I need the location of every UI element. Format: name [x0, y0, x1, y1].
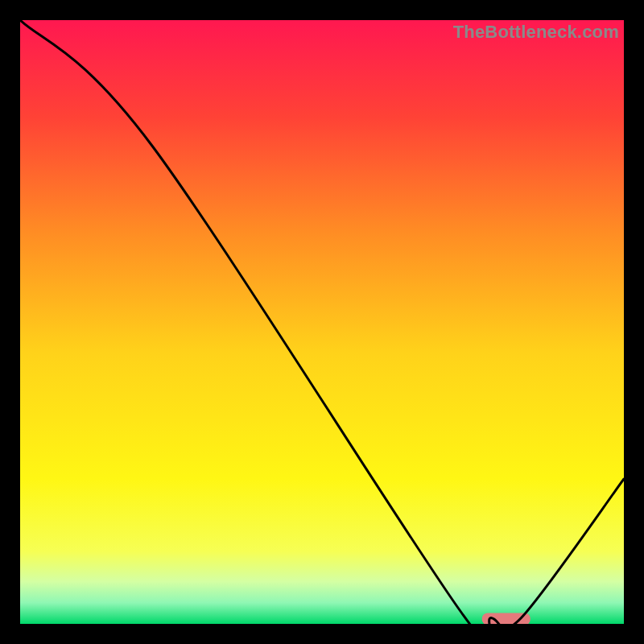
watermark-label: TheBottleneck.com [453, 22, 619, 43]
bottleneck-chart [20, 20, 624, 624]
chart-frame: TheBottleneck.com [20, 20, 624, 624]
gradient-background [20, 20, 624, 624]
